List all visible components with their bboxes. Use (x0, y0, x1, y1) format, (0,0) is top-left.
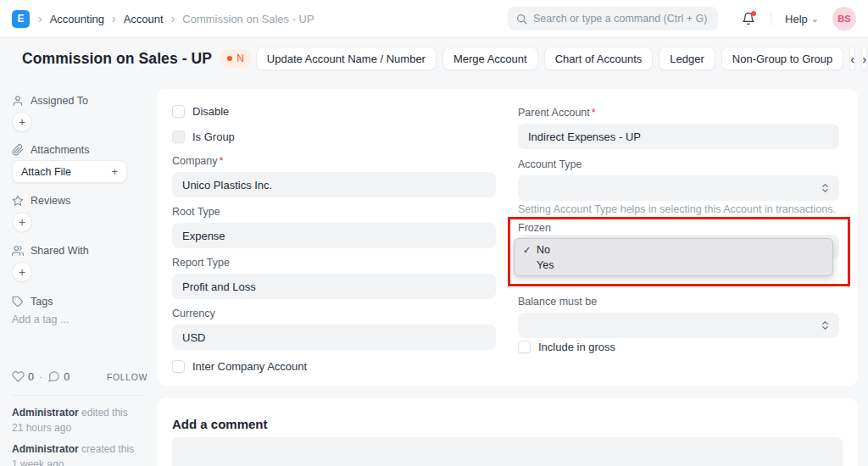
follow-button[interactable]: FOLLOW (107, 372, 147, 382)
account-type-label: Account Type (518, 158, 839, 170)
balance-select[interactable] (518, 313, 839, 338)
indicator-dot-icon (227, 56, 232, 61)
avatar[interactable]: BS (832, 7, 856, 31)
account-type-help: Setting Account Type helps in selecting … (518, 203, 836, 215)
attach-file-label: Attach File (21, 166, 71, 178)
currency-input[interactable]: USD (172, 325, 496, 350)
account-form-card: Disable Is Group Company* Unico Plastics… (157, 89, 858, 386)
frozen-option-yes[interactable]: Yes (515, 258, 832, 273)
disable-checkbox[interactable]: Disable (172, 105, 229, 118)
checkbox-icon (172, 105, 185, 118)
parent-account-label: Parent Account (518, 107, 590, 119)
report-type-field-group: Report Type Profit and Loss (172, 257, 496, 299)
currency-label: Currency (172, 308, 496, 319)
dot-separator: · (39, 371, 42, 383)
user-icon (12, 95, 24, 107)
users-icon (12, 245, 24, 257)
frozen-option-no[interactable]: ✓ No (515, 242, 832, 258)
inter-company-label: Inter Company Account (192, 360, 307, 373)
reviews-section: Reviews (12, 195, 70, 207)
chevron-left-icon: ‹ (850, 52, 854, 66)
attachments-label: Attachments (31, 144, 89, 156)
activity-action: edited this (81, 407, 128, 419)
add-tag-input[interactable]: Add a tag ... (12, 313, 69, 325)
chart-of-accounts-button[interactable]: Chart of Accounts (544, 47, 654, 70)
ledger-button[interactable]: Ledger (659, 47, 715, 70)
activity-entry: Administrator edited this 21 hours ago (12, 405, 128, 435)
assigned-to-label: Assigned To (31, 95, 88, 107)
avatar-initials: BS (837, 14, 850, 24)
assigned-to-section: Assigned To (12, 95, 88, 107)
shared-with-label: Shared With (31, 245, 89, 257)
comments-count: 0 (64, 371, 70, 383)
chevron-right-icon: › (862, 52, 866, 66)
navbar-divider (771, 13, 771, 25)
account-type-field-group: Account Type (518, 158, 839, 201)
reviews-label: Reviews (31, 195, 70, 207)
frozen-label: Frozen (518, 222, 551, 234)
activity-time: 1 week ago (12, 458, 64, 466)
required-marker: * (592, 107, 596, 119)
search-input[interactable]: Search or type a command (Ctrl + G) (508, 7, 718, 31)
plus-icon: + (19, 265, 25, 279)
inter-company-checkbox[interactable]: Inter Company Account (172, 360, 307, 373)
indicator-label: N (236, 53, 244, 64)
parent-account-field-group: Parent Account* Indirect Expenses - UP (518, 107, 839, 149)
company-field-group: Company* Unico Plastics Inc. (172, 155, 496, 197)
heart-icon[interactable] (12, 370, 25, 383)
breadcrumb-current: Commission on Sales - UP (182, 13, 314, 25)
add-share-button[interactable]: + (12, 262, 32, 282)
add-review-button[interactable]: + (12, 212, 32, 232)
activity-time: 21 hours ago (12, 422, 71, 434)
plus-icon: + (111, 165, 118, 178)
tag-icon (12, 296, 24, 308)
option-label: Yes (537, 259, 554, 271)
merge-account-button[interactable]: Merge Account (442, 47, 538, 70)
breadcrumb-separator-icon: › (171, 13, 175, 25)
account-type-select[interactable] (518, 175, 839, 201)
help-menu[interactable]: Help ⌄ (785, 13, 819, 25)
required-marker: * (220, 155, 224, 167)
report-type-input[interactable]: Profit and Loss (172, 274, 496, 299)
tags-label: Tags (31, 296, 53, 308)
balance-field-group: Balance must be (518, 296, 839, 338)
search-placeholder: Search or type a command (Ctrl + G) (533, 13, 707, 25)
non-group-to-group-button[interactable]: Non-Group to Group (721, 47, 844, 70)
frozen-dropdown-menu: ✓ No Yes (514, 238, 833, 276)
company-label: Company (172, 155, 218, 167)
checkbox-icon (518, 341, 531, 353)
likes-count: 0 (28, 371, 34, 383)
plus-icon: + (19, 215, 25, 229)
comment-input[interactable] (172, 437, 843, 466)
company-input[interactable]: Unico Plastics Inc. (172, 172, 496, 197)
attach-file-button[interactable]: Attach File + (12, 160, 127, 183)
search-icon (516, 14, 527, 25)
notification-dot (751, 11, 756, 16)
checkmark-icon: ✓ (523, 245, 537, 256)
checkbox-icon (172, 130, 185, 143)
app-window: E › Accounting › Account › Commission on… (0, 0, 868, 466)
notifications-button[interactable] (742, 12, 755, 25)
is-group-checkbox[interactable]: Is Group (172, 130, 235, 143)
parent-account-input[interactable]: Indirect Expenses - UP (518, 124, 839, 149)
balance-label: Balance must be (518, 296, 839, 308)
comments-card: Add a comment (157, 398, 858, 466)
root-type-label: Root Type (172, 206, 496, 218)
disable-label: Disable (192, 105, 229, 118)
comment-icon[interactable] (47, 370, 60, 383)
activity-user: Administrator (12, 443, 79, 455)
include-in-gross-label: Include in gross (538, 341, 615, 353)
not-saved-indicator: N (220, 49, 251, 68)
shared-with-section: Shared With (12, 245, 89, 257)
attachments-section: Attachments (12, 144, 89, 156)
root-type-input[interactable]: Expense (172, 223, 496, 248)
include-in-gross-checkbox[interactable]: Include in gross (518, 341, 615, 353)
next-record-button[interactable]: › (861, 47, 867, 70)
social-footer: 0 · 0 FOLLOW (12, 370, 147, 383)
select-chevrons-icon (821, 319, 829, 331)
add-assignment-button[interactable]: + (12, 112, 32, 132)
select-chevrons-icon (821, 182, 829, 194)
previous-record-button[interactable]: ‹ (849, 47, 855, 70)
update-account-name-button[interactable]: Update Account Name / Number (256, 47, 437, 70)
help-label: Help (785, 13, 808, 25)
